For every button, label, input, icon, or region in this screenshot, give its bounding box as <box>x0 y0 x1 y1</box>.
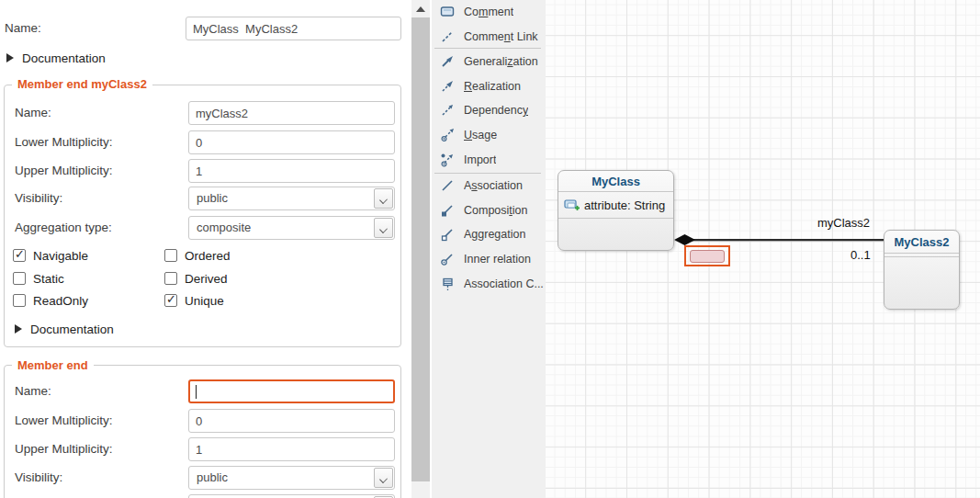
association-icon <box>440 178 456 193</box>
palette-item-dependency[interactable]: Dependency <box>432 98 546 122</box>
properties-panel: Name: Documentation Member end myClass2 … <box>0 0 432 498</box>
member-end-name-input[interactable] <box>188 379 395 403</box>
attribute-icon <box>564 198 580 212</box>
checkbox-icon <box>164 249 177 262</box>
class-node-myclass2[interactable]: MyClass2 <box>884 230 960 310</box>
palette-separator <box>434 48 541 49</box>
inner-relation-icon <box>440 252 456 266</box>
composition-icon <box>440 203 456 218</box>
visibility-selected-value: public <box>197 467 228 489</box>
documentation-expander[interactable]: Documentation <box>6 50 106 66</box>
clipped-select[interactable] <box>188 494 395 498</box>
member-end2-lower-multiplicity-input[interactable] <box>188 130 395 154</box>
unique-checkbox[interactable]: ✓ Unique <box>164 291 224 310</box>
dropdown-button[interactable] <box>374 218 393 238</box>
panel-scrollbar[interactable] <box>411 0 430 498</box>
member-end-label-box[interactable] <box>690 250 725 263</box>
aggregation-type-label: Aggregation type: <box>15 216 112 240</box>
palette-item-comment[interactable]: Comment <box>432 0 546 24</box>
comment-icon <box>440 5 456 19</box>
name-label: Name: <box>5 17 41 40</box>
checkbox-icon <box>164 272 177 285</box>
ordered-checkbox[interactable]: Ordered <box>164 246 231 265</box>
visibility-label: Visibility: <box>15 466 62 490</box>
upper-multiplicity-label: Upper Multiplicity: <box>15 159 113 183</box>
import-icon <box>440 153 456 167</box>
class-attribute-row[interactable]: attribute: String <box>558 192 673 219</box>
class-empty-compartment <box>884 257 959 308</box>
checkbox-label: Navigable <box>33 249 88 263</box>
text-caret <box>196 385 197 399</box>
dropdown-button[interactable] <box>374 468 393 488</box>
composite-diamond-icon <box>674 234 695 245</box>
palette-item-comment-link[interactable]: Comment Link <box>432 25 546 49</box>
chevron-down-icon <box>379 475 388 483</box>
class-name[interactable]: MyClass <box>558 171 673 192</box>
palette-item-generalization[interactable]: Generalization <box>432 50 546 74</box>
realization-icon <box>440 79 456 94</box>
member-end2-upper-multiplicity-input[interactable] <box>188 159 395 183</box>
palette-item-realization[interactable]: Realization <box>432 74 546 98</box>
comment-link-icon <box>440 29 456 44</box>
usage-icon <box>440 128 456 142</box>
chevron-down-icon <box>379 225 388 233</box>
association-edge[interactable] <box>691 239 884 241</box>
attribute-label[interactable]: attribute: String <box>584 198 665 212</box>
arrow-up-icon <box>416 6 425 12</box>
dropdown-button[interactable] <box>374 188 393 209</box>
palette-item-usage[interactable]: Usage <box>432 123 546 147</box>
diagram-canvas[interactable]: MyClass attribute: String myClass2 0..1 <box>546 0 980 498</box>
checkbox-icon <box>13 294 26 307</box>
expander-triangle-icon <box>15 324 22 334</box>
navigable-checkbox[interactable]: ✓ Navigable <box>13 246 88 265</box>
scrollbar-up-button[interactable] <box>411 0 430 17</box>
member-end2-aggregation-select[interactable]: composite <box>188 216 395 240</box>
static-checkbox[interactable]: Static <box>13 269 64 288</box>
association-multiplicity-label[interactable]: 0..1 <box>850 248 871 262</box>
name-label: Name: <box>15 379 51 403</box>
scrollbar-thumb[interactable] <box>411 17 430 481</box>
visibility-selected-value: public <box>197 187 228 209</box>
palette-item-composition[interactable]: Composition <box>432 198 546 222</box>
member-end-upper-multiplicity-input[interactable] <box>188 437 395 461</box>
lower-multiplicity-label: Lower Multiplicity: <box>15 409 113 433</box>
palette-item-import[interactable]: Import <box>432 148 546 172</box>
aggregation-icon <box>440 227 456 242</box>
member-end-visibility-select[interactable]: public <box>188 466 395 490</box>
checkbox-label: Unique <box>185 294 224 308</box>
readonly-checkbox[interactable]: ReadOnly <box>13 291 88 310</box>
palette-item-aggregation[interactable]: Aggregation <box>432 222 546 246</box>
expander-triangle-icon <box>6 53 14 62</box>
selection-highlight <box>684 245 730 266</box>
association-name-input[interactable] <box>186 17 401 40</box>
checkbox-icon <box>13 272 26 285</box>
upper-multiplicity-label: Upper Multiplicity: <box>15 437 113 461</box>
checkbox-icon: ✓ <box>13 249 26 262</box>
tool-palette: Comment Comment Link Generalization Real… <box>432 0 546 498</box>
documentation-expander-label: Documentation <box>30 323 114 336</box>
checkbox-label: Derived <box>185 272 228 286</box>
documentation-expander-label: Documentation <box>22 51 106 65</box>
member-end-lower-multiplicity-input[interactable] <box>188 409 395 433</box>
documentation-expander[interactable]: Documentation <box>15 321 114 337</box>
derived-checkbox[interactable]: Derived <box>164 269 228 288</box>
member-end2-name-input[interactable] <box>188 101 395 125</box>
aggregation-selected-value: composite <box>197 217 251 239</box>
class-empty-compartment <box>558 219 673 250</box>
palette-item-association-class[interactable]: Association C... <box>432 272 546 296</box>
member-end-myclass2-legend: Member end myClass2 <box>12 77 152 91</box>
chevron-down-icon <box>379 196 388 204</box>
palette-item-inner-relation[interactable]: Inner relation <box>432 247 546 271</box>
checkbox-label: ReadOnly <box>33 294 88 308</box>
palette-item-association[interactable]: Association <box>432 174 546 198</box>
class-name[interactable]: MyClass2 <box>884 231 959 254</box>
app-screen: Name: Documentation Member end myClass2 … <box>0 0 980 498</box>
association-name-label[interactable]: myClass2 <box>817 216 870 230</box>
class-node-myclass[interactable]: MyClass attribute: String <box>558 170 674 251</box>
association-class-icon <box>440 277 456 291</box>
generalization-icon <box>440 54 456 69</box>
checkbox-label: Ordered <box>185 249 231 263</box>
name-label: Name: <box>15 101 51 125</box>
member-end2-visibility-select[interactable]: public <box>188 187 395 210</box>
checkbox-label: Static <box>33 272 64 286</box>
